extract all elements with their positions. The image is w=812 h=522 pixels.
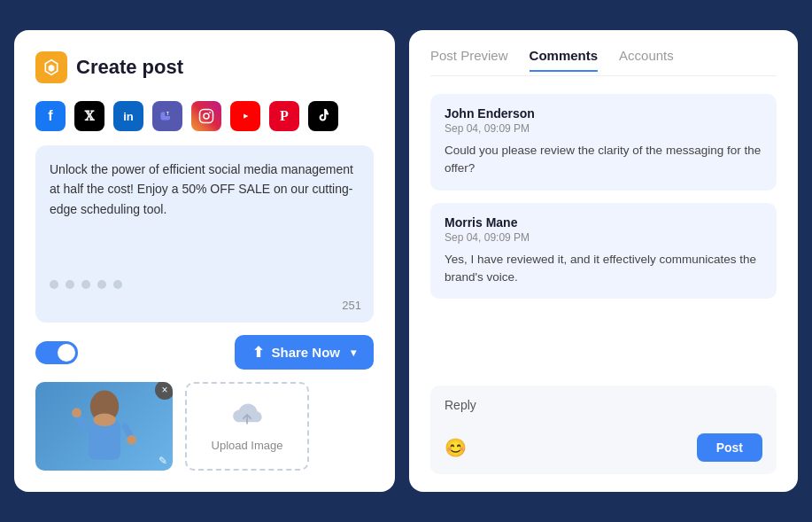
comment-time-2: Sep 04, 09:09 PM [445, 231, 762, 244]
svg-text:T: T [166, 112, 169, 116]
create-post-panel: Create post f 𝕏 in T [14, 30, 395, 492]
panel-title: Create post [76, 56, 183, 79]
svg-point-12 [72, 408, 81, 417]
comment-author-1: John Enderson [445, 106, 762, 121]
comment-text-2: Yes, I have reviewed it, and it effectiv… [445, 251, 762, 287]
app-logo-icon [35, 51, 67, 83]
panel-header: Create post [35, 51, 374, 83]
dot-3 [81, 280, 90, 289]
tabs-row: Post Preview Comments Accounts [430, 48, 777, 76]
dot-4 [97, 280, 106, 289]
chevron-down-icon: ▾ [351, 347, 356, 359]
dot-2 [66, 280, 74, 289]
svg-point-5 [209, 112, 211, 113]
facebook-icon[interactable]: f [35, 101, 66, 131]
image-preview: × ✎ [35, 382, 173, 471]
post-reply-button[interactable]: Post [697, 433, 762, 462]
actions-row: ⬆ Share Now ▾ [35, 335, 374, 370]
char-count: 251 [342, 299, 361, 312]
comment-card-2: Morris Mane Sep 04, 09:09 PM Yes, I have… [430, 203, 777, 300]
media-row: × ✎ [35, 382, 374, 471]
dot-5 [113, 280, 122, 289]
upload-cloud-icon [229, 401, 265, 432]
linkedin-icon[interactable]: in [113, 101, 143, 131]
tab-accounts[interactable]: Accounts [619, 48, 674, 72]
tiktok-icon[interactable] [308, 101, 338, 131]
tab-comments[interactable]: Comments [530, 48, 599, 72]
comment-author-2: Morris Mane [445, 215, 762, 230]
toggle-knob [58, 344, 75, 362]
svg-point-4 [204, 113, 209, 119]
emoji-picker-icon[interactable]: 😊 [445, 437, 467, 458]
pinterest-icon[interactable]: P [269, 101, 299, 131]
tab-post-preview[interactable]: Post Preview [430, 48, 508, 72]
x-icon[interactable]: 𝕏 [74, 101, 104, 131]
reply-footer: 😊 Post [445, 433, 762, 462]
teams-icon[interactable]: T [152, 101, 182, 131]
svg-point-9 [93, 414, 115, 426]
close-icon: × [161, 384, 167, 396]
reply-section: Reply 😊 Post [430, 386, 777, 474]
post-text-area[interactable]: Unlock the power of efficient social med… [35, 145, 374, 323]
upload-image-box[interactable]: Upload Image [185, 382, 309, 471]
pagination-dots [50, 280, 122, 289]
toggle-switch[interactable] [35, 341, 78, 364]
reply-label: Reply [445, 398, 762, 412]
share-button-label: Share Now [271, 345, 340, 360]
upload-label: Upload Image [212, 439, 283, 452]
right-panel: Post Preview Comments Accounts John Ende… [409, 30, 798, 492]
preview-image-content [35, 382, 173, 471]
comment-card-1: John Enderson Sep 04, 09:09 PM Could you… [430, 94, 777, 191]
edit-image-button[interactable]: ✎ [159, 455, 167, 467]
comment-text-1: Could you please review the clarity of t… [445, 142, 762, 178]
share-icon: ⬆ [252, 344, 264, 361]
svg-rect-3 [200, 110, 213, 123]
instagram-icon[interactable] [191, 101, 221, 131]
youtube-icon[interactable] [230, 101, 260, 131]
dot-1 [50, 280, 58, 289]
edit-icon: ✎ [159, 455, 167, 467]
svg-point-10 [95, 400, 103, 411]
share-now-button[interactable]: ⬆ Share Now ▾ [235, 335, 374, 370]
comments-list: John Enderson Sep 04, 09:09 PM Could you… [430, 94, 777, 371]
close-image-button[interactable]: × [155, 382, 173, 400]
svg-point-14 [127, 435, 136, 445]
social-icons-row: f 𝕏 in T [35, 101, 374, 131]
comment-time-1: Sep 04, 09:09 PM [445, 122, 762, 135]
